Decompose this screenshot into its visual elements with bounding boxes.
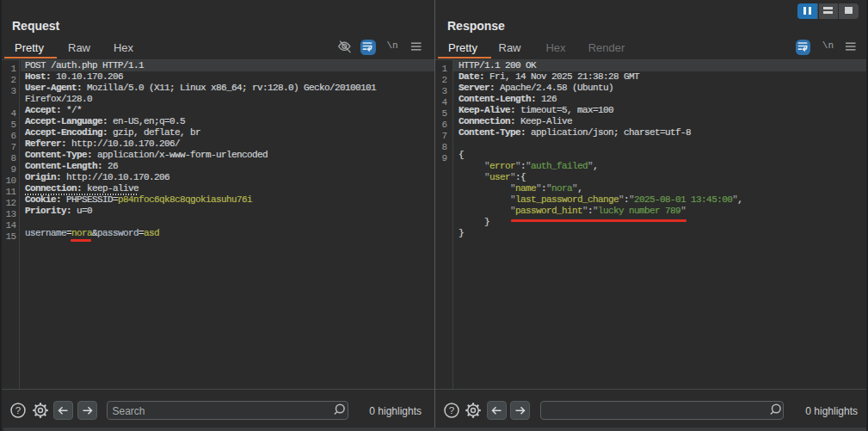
- svg-text:?: ?: [449, 405, 454, 416]
- svg-text:?: ?: [15, 405, 20, 416]
